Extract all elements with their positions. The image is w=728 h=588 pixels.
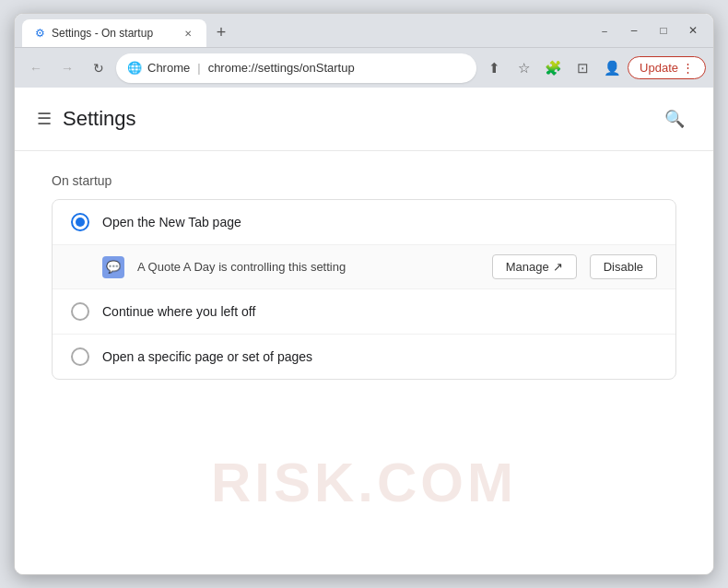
chrome-menu-icon[interactable]: ⊡ — [569, 54, 596, 82]
update-label: Update — [640, 61, 678, 75]
profile-icon[interactable]: 👤 — [598, 54, 626, 82]
address-bar[interactable]: 🌐 Chrome | chrome://settings/onStartup — [116, 53, 476, 83]
address-url: chrome://settings/onStartup — [208, 61, 355, 75]
address-separator: | — [197, 61, 200, 75]
active-tab[interactable]: ⚙ Settings - On startup ✕ — [22, 19, 206, 47]
extension-icon: 💬 — [102, 256, 124, 278]
share-icon[interactable]: ⬆ — [480, 54, 508, 82]
minimize-button[interactable]: – — [621, 18, 647, 43]
extensions-icon[interactable]: 🧩 — [539, 54, 567, 82]
page-content: ☰ Settings 🔍 On startup Open the New Tab… — [15, 88, 713, 574]
option-continue-row[interactable]: Continue where you left off — [53, 289, 675, 335]
option-specific-row[interactable]: Open a specific page or set of pages — [53, 335, 675, 379]
option-new-tab-label: Open the New Tab page — [102, 215, 657, 229]
radio-specific[interactable] — [71, 347, 89, 366]
chrome-label: Chrome — [147, 61, 190, 75]
maximize-button[interactable]: □ — [651, 18, 676, 43]
extension-label: A Quote A Day is controlling this settin… — [137, 260, 479, 274]
option-new-tab-row[interactable]: Open the New Tab page — [53, 200, 675, 245]
title-bar: ⚙ Settings - On startup ✕ + – – □ ✕ — [15, 14, 713, 47]
chevron-down-icon[interactable]: – — [592, 18, 617, 43]
option-continue-label: Continue where you left off — [102, 304, 657, 319]
reload-button[interactable]: ↻ — [85, 54, 112, 82]
section-label: On startup — [52, 173, 676, 188]
option-specific-label: Open a specific page or set of pages — [102, 349, 657, 364]
settings-title-group: ☰ Settings — [37, 107, 136, 131]
toolbar: ← → ↻ 🌐 Chrome | chrome://settings/onSta… — [15, 47, 713, 88]
hamburger-icon[interactable]: ☰ — [37, 109, 52, 129]
window-controls: – – □ ✕ — [592, 18, 706, 47]
radio-new-tab[interactable] — [71, 213, 89, 231]
tab-favicon-icon: ⚙ — [33, 27, 46, 40]
toolbar-icons: ⬆ ☆ 🧩 ⊡ 👤 Update ⋮ — [480, 54, 706, 82]
back-button[interactable]: ← — [22, 54, 50, 82]
watermark: RISK.COM — [211, 451, 517, 514]
update-menu-icon: ⋮ — [682, 61, 694, 75]
disable-button[interactable]: Disable — [590, 254, 657, 279]
tab-strip: ⚙ Settings - On startup ✕ + — [22, 19, 592, 47]
external-link-icon: ↗ — [553, 260, 563, 274]
extension-row: 💬 A Quote A Day is controlling this sett… — [53, 245, 675, 289]
browser-window: ⚙ Settings - On startup ✕ + – – □ ✕ ← → … — [14, 13, 714, 575]
tab-close-button[interactable]: ✕ — [181, 26, 195, 41]
update-button[interactable]: Update ⋮ — [628, 56, 706, 79]
radio-continue[interactable] — [71, 302, 89, 321]
manage-label: Manage — [506, 260, 549, 274]
radio-inner-dot — [76, 218, 85, 227]
search-button[interactable]: 🔍 — [658, 102, 691, 135]
bookmark-icon[interactable]: ☆ — [510, 54, 537, 82]
forward-button[interactable]: → — [53, 54, 81, 82]
manage-button[interactable]: Manage ↗ — [492, 254, 577, 279]
tab-title: Settings - On startup — [52, 27, 175, 40]
settings-header: ☰ Settings 🔍 — [15, 88, 713, 151]
close-button[interactable]: ✕ — [680, 18, 706, 43]
page-title: Settings — [63, 107, 136, 131]
settings-body: On startup Open the New Tab page 💬 A Quo… — [15, 151, 713, 402]
new-tab-button[interactable]: + — [208, 19, 234, 45]
site-info-icon: 🌐 — [127, 61, 142, 75]
startup-card: Open the New Tab page 💬 A Quote A Day is… — [52, 199, 676, 380]
